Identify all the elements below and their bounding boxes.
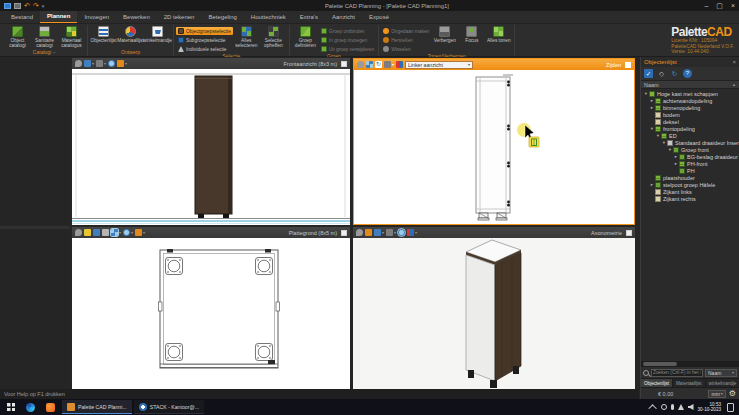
tree-item[interactable]: ▾frontopdeling xyxy=(641,125,739,132)
pin-icon[interactable] xyxy=(357,61,364,68)
left-view-canvas[interactable] xyxy=(354,70,634,224)
tree-item[interactable]: ▸binnenopdeling xyxy=(641,104,739,111)
tab-betegeling[interactable]: Betegeling xyxy=(201,12,243,23)
material-view-icon[interactable] xyxy=(117,60,124,67)
individuele-selectie-option[interactable]: Individuele selectie xyxy=(176,45,233,53)
taskbar-palettecad[interactable]: Palette CAD Planni... xyxy=(62,400,132,414)
chevron-down-icon[interactable]: ▾ xyxy=(92,61,94,66)
new-window-icon[interactable] xyxy=(14,3,21,9)
chevron-down-icon[interactable]: ▾ xyxy=(143,230,145,235)
volume-icon[interactable] xyxy=(688,404,694,410)
material-view-icon[interactable] xyxy=(365,229,372,236)
tab-winkelmandje[interactable]: winkelmandje xyxy=(706,379,739,387)
browser-taskbar-icon[interactable] xyxy=(20,399,40,415)
winkelmandje-button[interactable]: winkelmandje xyxy=(144,25,171,49)
scrollbar-thumb[interactable] xyxy=(643,362,677,366)
tree-item[interactable]: bodem xyxy=(641,111,739,118)
tree-column-header[interactable]: Naam ▲ xyxy=(641,80,739,89)
gear-icon[interactable]: ⚙ xyxy=(729,389,736,399)
pin-icon[interactable] xyxy=(356,229,363,236)
subgroepsselectie-option[interactable]: Subgroepsselectie xyxy=(176,36,233,44)
globe-icon[interactable] xyxy=(123,229,130,236)
undo-icon[interactable]: ↶ xyxy=(24,3,30,9)
wisselen-option[interactable]: Wisselen xyxy=(381,45,431,53)
alles-tonen-button[interactable]: Alles tonen xyxy=(485,25,512,53)
tab-objectenlijst[interactable]: Objectenlijst xyxy=(641,379,673,387)
grid-toggle-icon[interactable] xyxy=(111,229,118,236)
view-direction-select[interactable]: Linker aanzicht▾ xyxy=(405,61,473,69)
chevron-down-icon[interactable]: ▾ xyxy=(125,61,127,66)
viewport-front-header[interactable]: ▾ ▾ ▾ Frontaanzicht (8x3 m) xyxy=(72,58,350,69)
in-groep-invoegen-option[interactable]: In groep invoegen xyxy=(319,36,376,44)
lighting-icon[interactable] xyxy=(84,229,91,236)
clock[interactable]: 10:53 30-10-2023 xyxy=(698,402,722,412)
sides-toggle-icon[interactable] xyxy=(625,62,631,68)
chevron-down-icon[interactable]: ▾ xyxy=(394,230,396,235)
viewport-axo-header[interactable]: ▾ ▾ ▾ Axonometrie xyxy=(353,227,635,238)
plan-view-canvas[interactable] xyxy=(72,238,350,389)
materiaal-catalogus-button[interactable]: Materiaal catalogus xyxy=(58,25,85,49)
tree-item[interactable]: ▾ED xyxy=(641,132,739,139)
material-view-icon[interactable] xyxy=(396,61,403,68)
tab-houttechniek[interactable]: Houttechniek xyxy=(244,12,293,23)
maximize-button[interactable]: ▢ xyxy=(716,2,723,10)
front-view-canvas[interactable] xyxy=(72,69,350,225)
tab-aanzicht[interactable]: Aanzicht xyxy=(325,12,362,23)
tray-clock-icon[interactable] xyxy=(661,404,667,410)
catalogi-dialog-launcher-icon[interactable]: ⌐ xyxy=(53,49,56,55)
ongedaan-maken-option[interactable]: Ongedaan maken xyxy=(381,27,431,35)
close-panel-icon[interactable]: × xyxy=(732,59,736,65)
network-icon[interactable] xyxy=(678,404,684,410)
horizontal-scrollbar[interactable] xyxy=(641,361,739,367)
objectgroepsselectie-option[interactable]: Objectgroepsselectie xyxy=(176,27,233,35)
maximize-viewport-icon[interactable] xyxy=(341,61,347,67)
tree-item[interactable]: Zijkant links xyxy=(641,188,739,195)
search-field-select[interactable]: Naam▾ xyxy=(705,369,737,377)
chevron-down-icon[interactable]: ▾ xyxy=(392,62,394,67)
tab-materiaallijst[interactable]: Materiaallijst xyxy=(673,379,706,387)
herstellen-option[interactable]: Herstellen xyxy=(381,36,431,44)
tree-item[interactable]: ▸PH-front xyxy=(641,160,739,167)
view-type-icon[interactable] xyxy=(84,60,91,67)
uit-groep-verwijderen-option[interactable]: Uit groep verwijderen xyxy=(319,45,376,53)
tab-invoegen[interactable]: Invoegen xyxy=(77,12,116,23)
tree-item[interactable]: ▸achterwandopdeling xyxy=(641,97,739,104)
tab-2d-tekenen[interactable]: 2D tekenen xyxy=(157,12,202,23)
viewport-left-header[interactable]: ↻ ▾ Linker aanzicht▾ Zijden xyxy=(354,59,634,70)
globe-icon[interactable] xyxy=(108,60,115,67)
sanitaire-catalogi-button[interactable]: Sanitaire catalogi xyxy=(31,25,58,49)
camera-icon[interactable] xyxy=(102,229,109,236)
verbergen-button[interactable]: Verbergen xyxy=(431,25,458,53)
close-button[interactable]: × xyxy=(731,2,735,10)
tree-item[interactable]: ▸stelpoot groep Häfele xyxy=(641,181,739,188)
view-type-icon[interactable] xyxy=(374,229,381,236)
materiaallijst-button[interactable]: Materiaallijst xyxy=(117,25,144,49)
chevron-down-icon[interactable]: ▾ xyxy=(119,230,121,235)
alles-selecteren-button[interactable]: Alles selecteren xyxy=(233,25,260,53)
maximize-viewport-icon[interactable] xyxy=(626,230,632,236)
render-mode-icon[interactable] xyxy=(386,229,393,236)
groep-ontbinden-option[interactable]: Groep ontbinden xyxy=(319,27,376,35)
grid-icon[interactable] xyxy=(366,61,373,68)
chevron-down-icon[interactable]: ▾ xyxy=(131,230,133,235)
object-catalogi-button[interactable]: Object catalogi xyxy=(4,25,31,49)
search-input[interactable] xyxy=(651,369,703,377)
render-mode-icon[interactable] xyxy=(96,60,103,67)
selectie-opheffen-button[interactable]: Selectie opheffen xyxy=(260,25,287,53)
tab-expose[interactable]: Exposé xyxy=(362,12,396,23)
microphone-icon[interactable] xyxy=(671,404,674,410)
tag-icon[interactable]: ◇ xyxy=(657,69,666,78)
tab-bestand[interactable]: Bestand xyxy=(4,12,40,23)
view-type-icon[interactable] xyxy=(93,229,100,236)
redo-icon[interactable]: ↷ xyxy=(33,3,39,9)
chevron-down-icon[interactable]: ▾ xyxy=(104,61,106,66)
select-mode-icon[interactable]: ✓ xyxy=(644,69,653,78)
focus-button[interactable]: Focus xyxy=(458,25,485,53)
tree-item[interactable]: plaatshouder xyxy=(641,174,739,181)
chevron-down-icon[interactable]: ▾ xyxy=(382,230,384,235)
tree-item[interactable]: ▸BG-beslag draaideur xyxy=(641,153,739,160)
maximize-viewport-icon[interactable] xyxy=(341,230,347,236)
color-mode-icon[interactable] xyxy=(407,229,414,236)
quick-access-caret-icon[interactable]: ▾ xyxy=(42,3,45,9)
refresh-icon[interactable]: ↻ xyxy=(375,61,382,68)
